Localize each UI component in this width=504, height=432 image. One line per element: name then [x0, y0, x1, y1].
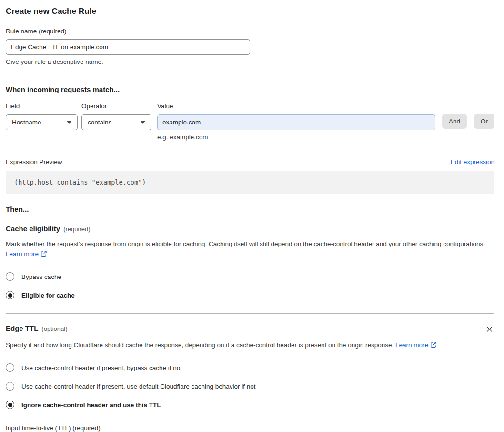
expression-preview-label: Expression Preview	[6, 158, 62, 165]
operator-select-value: contains	[88, 119, 111, 126]
radio-use-header-bypass[interactable]: Use cache-control header if present, byp…	[6, 363, 494, 372]
learn-more-link[interactable]: Learn more	[395, 341, 428, 349]
cache-eligibility-section: Cache eligibility(required) Mark whether…	[6, 225, 494, 299]
ttl-input-block: Input time-to-live (TTL) (required) 1 da…	[6, 423, 494, 432]
edge-ttl-heading-row: Edge TTL(optional)	[6, 324, 494, 336]
value-column: Value e.g. example.com	[157, 103, 435, 141]
or-button[interactable]: Or	[474, 114, 494, 129]
cache-rule-form: Create new Cache Rule Rule name (require…	[0, 0, 504, 432]
chevron-down-icon	[141, 121, 145, 124]
radio-eligible-for-cache[interactable]: Eligible for cache	[6, 291, 494, 299]
expression-code-block: (http.host contains "example.com")	[6, 171, 494, 194]
radio-icon	[6, 382, 14, 391]
chevron-down-icon	[67, 121, 71, 124]
operator-column: Operator contains	[81, 103, 151, 130]
and-button[interactable]: And	[442, 114, 467, 129]
learn-more-link[interactable]: Learn more	[6, 250, 39, 257]
radio-label: Bypass cache	[21, 273, 61, 280]
close-icon[interactable]	[484, 324, 494, 336]
expression-preview-header: Expression Preview Edit expression	[6, 158, 494, 165]
external-link-icon	[40, 250, 47, 260]
cache-eligibility-heading: Cache eligibility	[6, 225, 60, 233]
match-heading: When incoming requests match...	[6, 85, 494, 93]
edge-ttl-description-text: Specify if and how long Cloudflare shoul…	[6, 341, 393, 349]
divider	[6, 313, 494, 314]
radio-bypass-cache[interactable]: Bypass cache	[6, 272, 494, 281]
field-select[interactable]: Hostname	[6, 114, 78, 130]
expression-builder-row: Field Hostname Operator contains Value e…	[6, 103, 494, 141]
rule-name-label: Rule name (required)	[6, 28, 67, 35]
radio-icon	[6, 291, 14, 299]
radio-label: Use cache-control header if present, use…	[21, 383, 256, 390]
value-helper: e.g. example.com	[157, 134, 435, 141]
radio-icon	[6, 401, 14, 409]
radio-label: Ignore cache-control header and use this…	[21, 401, 161, 409]
then-heading: Then...	[6, 205, 494, 213]
edge-ttl-section: Edge TTL(optional) Specify if and how lo…	[6, 324, 494, 432]
radio-label: Use cache-control header if present, byp…	[21, 364, 182, 371]
radio-use-header-default[interactable]: Use cache-control header if present, use…	[6, 382, 494, 391]
rule-name-input[interactable]	[6, 39, 250, 55]
radio-icon	[6, 363, 14, 372]
edge-ttl-description: Specify if and how long Cloudflare shoul…	[6, 340, 487, 351]
radio-label: Eligible for cache	[21, 292, 75, 299]
rule-name-helper: Give your rule a descriptive name.	[6, 58, 494, 65]
divider	[6, 76, 494, 76]
page-title: Create new Cache Rule	[6, 7, 494, 16]
ttl-label: Input time-to-live (TTL) (required)	[6, 424, 101, 432]
rule-name-section: Rule name (required) Give your rule a de…	[6, 27, 494, 65]
value-input[interactable]	[157, 114, 435, 130]
cache-eligibility-heading-row: Cache eligibility(required)	[6, 225, 494, 233]
cache-eligibility-description-text: Mark whether the request’s response from…	[6, 240, 485, 247]
radio-ignore-header-use-ttl[interactable]: Ignore cache-control header and use this…	[6, 401, 494, 409]
edit-expression-link[interactable]: Edit expression	[451, 158, 494, 165]
edge-ttl-qualifier: (optional)	[41, 325, 67, 332]
field-select-value: Hostname	[12, 119, 41, 126]
field-column: Field Hostname	[6, 103, 78, 130]
match-section: When incoming requests match... Field Ho…	[6, 85, 494, 141]
cache-eligibility-description: Mark whether the request’s response from…	[6, 239, 487, 260]
value-label: Value	[157, 103, 435, 110]
external-link-icon	[430, 341, 437, 351]
edge-ttl-heading: Edge TTL	[6, 324, 38, 332]
operator-label: Operator	[81, 103, 151, 110]
field-label: Field	[6, 103, 78, 110]
cache-eligibility-qualifier: (required)	[63, 226, 90, 233]
operator-select[interactable]: contains	[81, 114, 151, 130]
radio-icon	[6, 272, 14, 281]
